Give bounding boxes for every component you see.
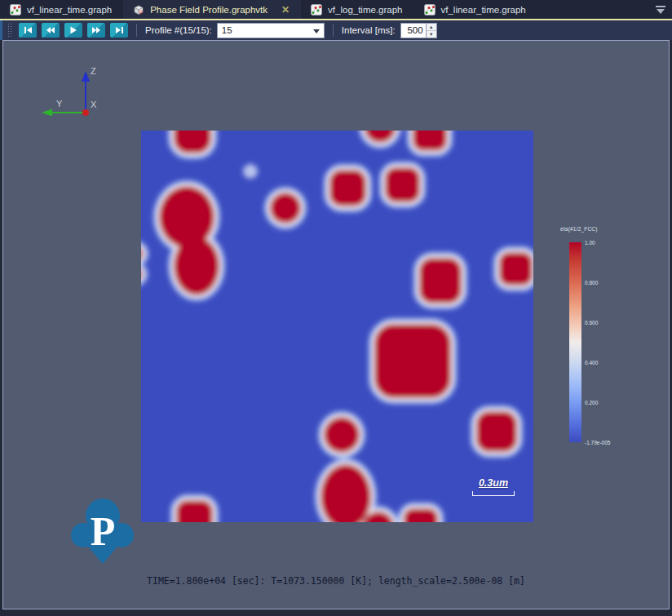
interval-label: Interval [ms]:: [342, 25, 396, 35]
axis-x-label: X: [91, 100, 97, 109]
skip-last-icon: [115, 26, 124, 34]
chart-icon: [311, 4, 322, 16]
scale-bar: 0.3um: [461, 477, 526, 496]
app-logo: P: [67, 494, 139, 567]
playback-toolbar: Profile #(15/15): 15 Interval [ms]: 500 …: [0, 20, 672, 40]
tab-phase-field-profile[interactable]: Phase Field Profile.graphvtk ✕: [123, 0, 301, 19]
tab-vf-linear-time-1[interactable]: vf_linear_time.graph: [0, 0, 123, 19]
skip-first-button[interactable]: [19, 23, 37, 38]
tab-close-icon[interactable]: ✕: [281, 5, 290, 15]
colorbar-tick-label: 0.200: [585, 400, 598, 405]
axis-orientation-widget: Z Y X: [25, 60, 107, 125]
colorbar: 1.000.8000.6000.4000.200-1.79e-005: [569, 242, 581, 442]
step-forward-icon: [91, 26, 101, 34]
spinner-down-icon[interactable]: ▼: [427, 31, 436, 38]
tab-label: Phase Field Profile.graphvtk: [150, 5, 267, 15]
tab-vf-linear-time-2[interactable]: vf_linear_time.graph: [414, 0, 537, 19]
interval-value: 500: [401, 24, 426, 38]
toolbar-grip[interactable]: [7, 23, 12, 38]
colorbar-tick-label: 0.600: [585, 320, 598, 326]
step-forward-button[interactable]: [87, 23, 105, 38]
profile-select[interactable]: 15: [217, 23, 325, 38]
colorbar-tick-label: 1.00: [585, 240, 595, 246]
tab-overflow-menu-icon[interactable]: [654, 3, 667, 16]
scale-bar-ruler: [472, 491, 515, 496]
skip-last-button[interactable]: [110, 23, 128, 38]
colorbar-tick-label: 0.400: [585, 360, 598, 366]
colorbar-title: eta(#1/2_FCC): [560, 226, 598, 232]
interval-spinner[interactable]: 500 ▲ ▼: [400, 23, 437, 38]
tab-label: vf_linear_time.graph: [27, 5, 112, 15]
cube-icon: [133, 4, 144, 16]
vtk-render-viewport[interactable]: Z Y X 0.3um eta(#1/2_FCC) 1.000.8000.600…: [2, 40, 670, 609]
axis-y-label: Y: [56, 99, 63, 109]
tab-bar: vf_linear_time.graph Phase Field Profile…: [0, 0, 672, 19]
spinner-up-icon[interactable]: ▲: [427, 24, 436, 31]
skip-first-icon: [24, 26, 33, 34]
tab-label: vf_linear_time.graph: [441, 5, 526, 15]
app-window: vf_linear_time.graph Phase Field Profile…: [0, 0, 672, 616]
step-back-button[interactable]: [42, 23, 60, 38]
phase-field-heatmap[interactable]: 0.3um: [141, 131, 533, 522]
logo-letter: P: [91, 508, 116, 554]
toolbar-separator: [333, 24, 334, 37]
colorbar-tick-label: 0.800: [585, 280, 598, 286]
step-back-icon: [46, 26, 55, 34]
chart-icon: [424, 4, 435, 16]
play-button[interactable]: [64, 23, 82, 38]
toolbar-separator: [136, 24, 137, 37]
profile-selected-value: 15: [222, 25, 232, 35]
chart-icon: [10, 4, 21, 16]
play-icon: [69, 26, 77, 34]
scale-bar-label: 0.3um: [461, 477, 526, 489]
tab-vf-log-time[interactable]: vf_log_time.graph: [301, 0, 413, 19]
simulation-status-text: TIME=1.800e+04 [sec]: T=1073.150000 [K];…: [3, 575, 669, 587]
chevron-down-icon: [313, 29, 320, 33]
tab-label: vf_log_time.graph: [328, 5, 402, 15]
colorbar-tick-label: -1.79e-005: [585, 440, 610, 445]
profile-label: Profile #(15/15):: [145, 25, 212, 35]
axis-z-label: Z: [91, 66, 96, 76]
